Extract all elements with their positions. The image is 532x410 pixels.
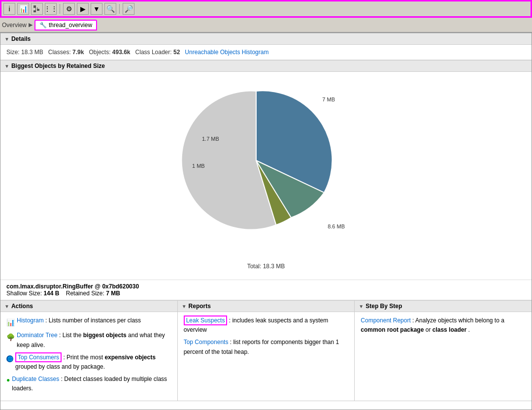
run-dropdown-button[interactable]: ▼	[91, 3, 102, 15]
top-consumers-item: 🌐 Top Consumers : Print the most expensi…	[6, 353, 171, 372]
pie-wrapper: 7 MB 1.7 MB 1 MB 8.6 MB	[177, 82, 355, 259]
dominator-button[interactable]	[31, 3, 43, 15]
objects-label: Objects:	[89, 49, 110, 56]
component-report-bold1: common root package	[361, 326, 424, 333]
details-header: ▼ Details	[0, 33, 532, 45]
pie-chart	[177, 82, 335, 239]
histogram-link[interactable]: Histogram	[17, 317, 44, 324]
step-by-step-content: Component Report : Analyze objects which…	[355, 312, 532, 342]
top-consumers-text: Top Consumers : Print the most expensive…	[15, 353, 171, 372]
histogram-text: Histogram : Lists number of instances pe…	[17, 316, 141, 325]
component-report-desc-after: .	[468, 326, 469, 333]
details-text: Size: 18.3 MB Classes: 7.9k Objects: 493…	[6, 49, 526, 56]
object-line1: com.lmax.disruptor.RingBuffer @ 0x7bd620…	[6, 283, 526, 290]
step-by-step-panel: ▼ Step By Step Component Report : Analyz…	[355, 300, 532, 401]
classes-label: Classes:	[48, 49, 71, 56]
reports-content: Leak Suspects : includes leak suspects a…	[178, 312, 355, 364]
divider2	[119, 4, 120, 14]
retained-value: 7 MB	[106, 290, 120, 297]
unreachable-histogram-link[interactable]: Unreachable Objects Histogram	[185, 49, 268, 56]
dominator-icon: 🌳	[6, 332, 15, 343]
label-1-7mb: 1.7 MB	[202, 136, 219, 142]
step-by-step-collapse[interactable]: ▼	[359, 304, 364, 309]
size-label: Size:	[6, 49, 20, 56]
step-by-step-title: Step By Step	[366, 303, 402, 310]
divider1	[60, 4, 60, 14]
duplicate-classes-text: Duplicate Classes : Detect classes loade…	[12, 375, 171, 393]
tab-icon: 🔧	[39, 22, 47, 29]
dominator-item: 🌳 Dominator Tree : List the biggest obje…	[6, 331, 171, 349]
histogram-icon: 📊	[6, 317, 15, 328]
top-consumers-desc-after: grouped by class and by package.	[15, 363, 105, 370]
biggest-objects-header: ▼ Biggest Objects by Retained Size	[0, 60, 532, 72]
dominator-desc-before: : List the	[59, 332, 83, 339]
chart-container: 7 MB 1.7 MB 1 MB 8.6 MB	[5, 77, 527, 275]
dominator-desc-bold: biggest objects	[83, 332, 127, 339]
globe-icon: 🌐	[6, 355, 13, 362]
component-report-desc-middle: or	[426, 326, 432, 333]
chart-section: 7 MB 1.7 MB 1 MB 8.6 MB	[0, 72, 532, 280]
info-button[interactable]: i	[3, 3, 15, 15]
details-title: Details	[11, 35, 31, 42]
svg-rect-4	[37, 7, 38, 9]
top-consumers-button[interactable]: ⋮⋮	[45, 3, 57, 15]
actions-header: ▼ Actions	[0, 300, 177, 312]
details-collapse[interactable]: ▼	[4, 36, 9, 42]
shallow-label: Shallow Size:	[6, 290, 42, 297]
actions-title: Actions	[11, 303, 33, 310]
component-report-link[interactable]: Component Report	[361, 317, 410, 324]
objects-value: 493.6k	[112, 49, 131, 56]
leak-suspects-text: Leak Suspects : includes leak suspects a…	[184, 316, 349, 335]
actions-content: 📊 Histogram : Lists number of instances …	[0, 312, 177, 401]
component-report-desc-before: : Analyze objects which belong to a	[412, 317, 504, 324]
size-value: 18.3 MB	[21, 49, 43, 56]
component-report-text: Component Report : Analyze objects which…	[361, 316, 526, 335]
histogram-button[interactable]: 📊	[17, 3, 29, 15]
main-content: ▼ Details Size: 18.3 MB Classes: 7.9k Ob…	[0, 32, 532, 410]
tab-label: thread_overview	[49, 22, 92, 29]
top-components-link[interactable]: Top Components	[184, 339, 229, 346]
duplicate-classes-item: ● Duplicate Classes : Detect classes loa…	[6, 375, 171, 393]
top-components-item: Top Components : list reports for compon…	[184, 338, 349, 356]
duplicate-classes-link[interactable]: Duplicate Classes	[12, 376, 59, 382]
svg-rect-2	[33, 10, 36, 12]
object-info: com.lmax.disruptor.RingBuffer @ 0x7bd620…	[0, 280, 532, 300]
top-consumers-desc-bold: expensive objects	[104, 354, 155, 361]
details-section: Size: 18.3 MB Classes: 7.9k Objects: 493…	[0, 45, 532, 60]
leak-suspects-link[interactable]: Leak Suspects	[184, 315, 228, 325]
bottom-panels: ▼ Actions 📊 Histogram : Lists number of …	[0, 300, 532, 401]
chart-total: Total: 18.3 MB	[247, 263, 285, 270]
shallow-value: 144 B	[43, 290, 59, 297]
tab-arrow: ▶	[29, 22, 33, 28]
object-line2: Shallow Size: 144 B Retained Size: 7 MB	[6, 290, 526, 297]
biggest-objects-collapse[interactable]: ▼	[4, 63, 9, 69]
search-button[interactable]: 🔎	[123, 3, 134, 15]
classloader-label: Class Loader:	[135, 49, 172, 56]
duplicate-classes-icon: ●	[6, 376, 10, 385]
histogram-item: 📊 Histogram : Lists number of instances …	[6, 316, 171, 328]
top-consumers-icon: 🌐	[6, 354, 13, 363]
label-7mb: 7 MB	[322, 96, 335, 102]
top-components-text: Top Components : list reports for compon…	[184, 338, 349, 356]
retained-label: Retained Size:	[66, 290, 104, 297]
reports-collapse[interactable]: ▼	[182, 304, 187, 309]
component-report-item: Component Report : Analyze objects which…	[361, 316, 526, 335]
reports-panel: ▼ Reports Leak Suspects : includes leak …	[178, 300, 355, 401]
thread-overview-tab[interactable]: 🔧 thread_overview	[34, 20, 97, 31]
dominator-link[interactable]: Dominator Tree	[17, 332, 58, 339]
step-by-step-header: ▼ Step By Step	[355, 300, 532, 312]
settings-button[interactable]: ⚙	[63, 3, 75, 15]
run-button[interactable]: ▶	[77, 3, 89, 15]
overview-tab-label[interactable]: Overview	[2, 22, 27, 29]
top-consumers-link[interactable]: Top Consumers	[15, 352, 62, 362]
inspect-button[interactable]: 🔍	[104, 3, 116, 15]
tabbar: Overview ▶ 🔧 thread_overview	[0, 18, 532, 32]
dominator-text: Dominator Tree : List the biggest object…	[17, 331, 171, 349]
toolbar: i 📊 ⋮⋮ ⚙ ▶ ▼ 🔍 🔎	[0, 0, 532, 18]
actions-collapse[interactable]: ▼	[4, 304, 9, 309]
classloader-value: 52	[173, 49, 180, 56]
reports-title: Reports	[189, 303, 211, 310]
leak-suspects-item: Leak Suspects : includes leak suspects a…	[184, 316, 349, 335]
label-8-6mb: 8.6 MB	[328, 223, 345, 229]
svg-rect-1	[35, 7, 36, 10]
